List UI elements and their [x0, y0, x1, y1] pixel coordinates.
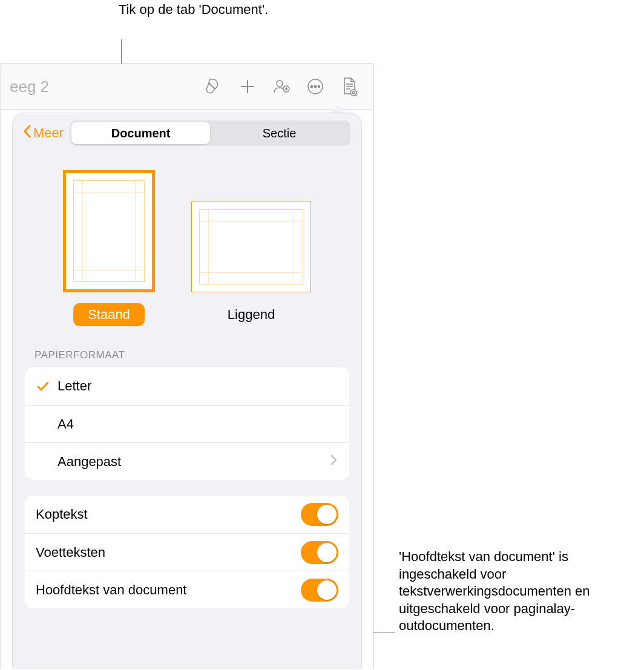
paper-size-custom-label: Aangepast — [36, 454, 330, 470]
popover-body: Staand Liggend PAPIERFORMAAT — [13, 153, 361, 669]
document-toggles-group: Koptekst Voetteksten Hoofdtekst van docu… — [25, 496, 349, 608]
format-brush-icon[interactable] — [197, 70, 230, 103]
paper-format-group: Letter A4 Aangepast — [25, 367, 349, 480]
popover-arrow — [330, 105, 346, 113]
chevron-left-icon — [22, 124, 32, 142]
popover-header: Meer Document Sectie — [13, 113, 361, 153]
tab-document-label: Document — [111, 126, 171, 140]
callout-right-text: 'Hoofdtekst van document' is ingeschakel… — [399, 549, 590, 633]
back-button[interactable]: Meer — [19, 122, 67, 145]
svg-line-15 — [356, 95, 358, 97]
toggle-footers[interactable] — [301, 541, 338, 564]
paper-size-custom[interactable]: Aangepast — [25, 442, 349, 480]
landscape-label: Liggend — [213, 303, 289, 326]
paper-size-letter-label: Letter — [58, 378, 338, 394]
document-title-fragment: eeg 2 — [8, 77, 49, 96]
collaborate-icon[interactable] — [265, 70, 298, 103]
segmented-control: Document Sectie — [70, 120, 350, 146]
landscape-thumbnail — [191, 202, 311, 292]
orientation-landscape[interactable]: Liggend — [191, 202, 311, 326]
tab-section[interactable]: Sectie — [210, 122, 349, 144]
toggle-body-text[interactable] — [301, 579, 338, 602]
document-options-icon[interactable] — [333, 70, 366, 103]
tab-document[interactable]: Document — [71, 122, 210, 144]
back-label: Meer — [33, 125, 64, 141]
svg-point-9 — [318, 85, 320, 87]
tab-section-label: Sectie — [263, 126, 297, 140]
orientation-row: Staand Liggend — [13, 158, 361, 344]
portrait-label: Staand — [73, 303, 145, 326]
portrait-thumbnail — [63, 170, 155, 292]
paper-size-letter[interactable]: Letter — [25, 367, 349, 405]
toggle-row-footers: Voetteksten — [25, 533, 349, 571]
orientation-portrait[interactable]: Staand — [63, 170, 155, 326]
svg-point-8 — [314, 85, 316, 87]
toggle-row-body-text: Hoofdtekst van document — [25, 571, 349, 608]
callout-top-text: Tik op de tab 'Document'. — [119, 2, 268, 17]
toolbar: eeg 2 — [1, 64, 373, 110]
add-icon[interactable] — [231, 70, 264, 103]
toggle-header-label: Koptekst — [36, 507, 301, 522]
svg-point-2 — [277, 80, 283, 87]
checkmark-icon — [36, 379, 58, 393]
callout-top: Tik op de tab 'Document'. — [119, 1, 268, 19]
paper-size-a4-label: A4 — [36, 416, 338, 432]
chevron-right-icon — [330, 454, 338, 470]
svg-point-7 — [310, 85, 312, 87]
more-icon[interactable] — [299, 70, 332, 103]
toggle-row-header: Koptekst — [25, 496, 349, 533]
toggle-footers-label: Voetteksten — [36, 545, 301, 560]
toggle-header[interactable] — [301, 503, 338, 526]
document-options-popover: Meer Document Sectie Staand — [12, 113, 362, 669]
paper-format-header: PAPIERFORMAAT — [13, 344, 361, 367]
toggle-body-label: Hoofdtekst van document — [36, 582, 301, 598]
app-window: eeg 2 — [1, 64, 373, 669]
paper-size-a4[interactable]: A4 — [25, 405, 349, 442]
callout-right: 'Hoofdtekst van document' is ingeschakel… — [399, 548, 641, 635]
